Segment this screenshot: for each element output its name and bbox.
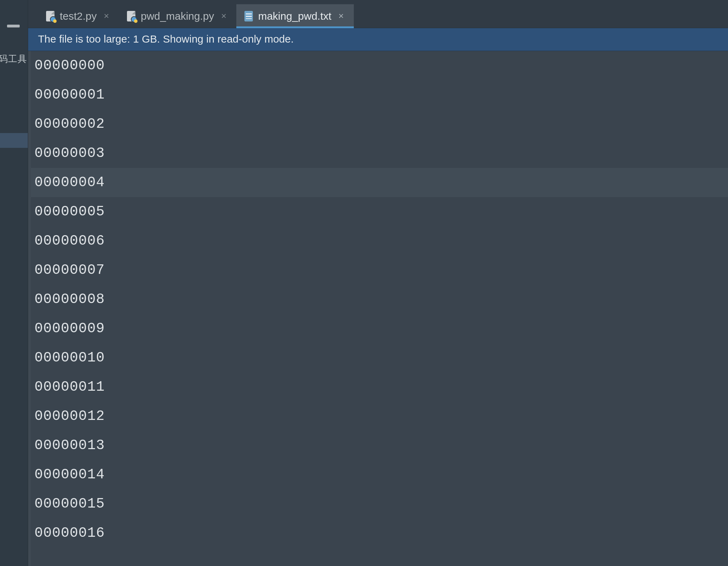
editor-line[interactable]: 00000009: [31, 314, 728, 343]
editor-tab-bar: test2.py×pwd_making.py×making_pwd.txt×: [28, 0, 728, 28]
python-file-icon: [127, 11, 136, 22]
editor-line[interactable]: 00000013: [31, 431, 728, 460]
tab-close-icon[interactable]: ×: [221, 11, 226, 21]
editor-line[interactable]: 00000006: [31, 226, 728, 256]
tool-window-label: 码工具: [0, 53, 27, 65]
editor-line[interactable]: 00000010: [31, 343, 728, 372]
python-file-icon: [46, 11, 55, 22]
editor-tab-making-pwd-txt[interactable]: making_pwd.txt×: [236, 4, 354, 28]
editor-line[interactable]: 00000014: [31, 460, 728, 489]
text-file-icon: [244, 11, 253, 22]
editor-line[interactable]: 00000000: [31, 51, 728, 80]
tab-label: test2.py: [60, 10, 97, 22]
editor-line[interactable]: 00000005: [31, 197, 728, 226]
readonly-banner: The file is too large: 1 GB. Showing in …: [28, 28, 728, 51]
tab-close-icon[interactable]: ×: [338, 11, 344, 21]
ide-root: 码工具 test2.py×pwd_making.py×making_pwd.tx…: [0, 0, 728, 566]
editor-line[interactable]: 00000004: [31, 168, 728, 197]
tab-close-icon[interactable]: ×: [104, 11, 109, 21]
collapse-handle-icon[interactable]: [7, 25, 20, 27]
editor-line[interactable]: 00000002: [31, 109, 728, 139]
editor-line[interactable]: 00000008: [31, 285, 728, 314]
editor-line[interactable]: 00000012: [31, 402, 728, 431]
editor-line[interactable]: 00000015: [31, 489, 728, 518]
readonly-banner-text: The file is too large: 1 GB. Showing in …: [38, 33, 294, 45]
editor-tab-pwd-making-py[interactable]: pwd_making.py×: [119, 4, 236, 28]
tool-window-selection: [0, 133, 28, 148]
editor-line[interactable]: 00000007: [31, 256, 728, 285]
editor-line[interactable]: 00000011: [31, 372, 728, 402]
editor-line[interactable]: 00000003: [31, 139, 728, 168]
text-editor[interactable]: 0000000000000001000000020000000300000004…: [28, 51, 728, 566]
tab-label: pwd_making.py: [141, 10, 214, 22]
editor-tab-test2-py[interactable]: test2.py×: [38, 4, 119, 28]
editor-line[interactable]: 00000001: [31, 80, 728, 109]
project-tool-window-collapsed[interactable]: 码工具: [0, 0, 28, 566]
tab-label: making_pwd.txt: [258, 10, 331, 22]
editor-column: test2.py×pwd_making.py×making_pwd.txt× T…: [28, 0, 728, 566]
editor-line[interactable]: 00000016: [31, 518, 728, 548]
